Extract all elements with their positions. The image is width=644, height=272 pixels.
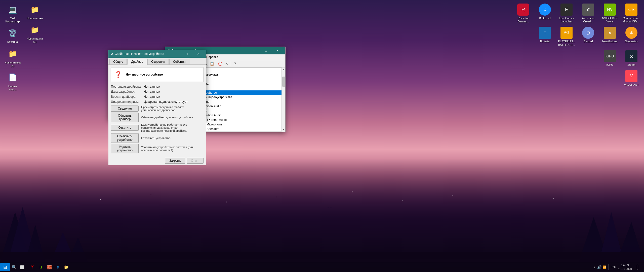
recycle-icon: 🗑️ [7,27,19,39]
desktop-icon-new-folder-3[interactable]: 📁 Новая папка(3) [25,23,45,45]
steam-icon: ⊙ [625,50,637,62]
tray-network[interactable]: 📶 [602,265,606,269]
discord-icon: D [582,27,594,39]
show-desktop-button[interactable] [634,262,641,272]
btn-disable[interactable]: Отключить устройство [111,133,139,143]
toolbar-btn-props[interactable]: 📋 [209,61,215,67]
footer-btn-close[interactable]: Закрыть [165,158,185,164]
tab-events[interactable]: События [169,59,189,64]
props-title-area: ⚙ Свойства: Неизвестное устройство [110,52,169,56]
props-field-date: Дата разработки: Нет данных [111,90,204,93]
field-label-version: Версия драйвера: [111,95,144,98]
csgo-label: Counter-Stri...Global Offe... [623,17,640,23]
tray-lang-clock: РУС 14:39 19.06.2020 [611,263,632,271]
battlenet-label: Battle.net [539,17,551,20]
recycle-label: Корзина [7,40,18,44]
csgo-icon: CS [625,4,637,16]
my-computer-icon: 💻 [7,4,19,16]
taskbar-ie[interactable]: e [54,263,62,271]
desktop-icon-battlenet[interactable]: ⚔ Battle.net [535,3,555,24]
devmgr-minimize-button[interactable]: ─ [249,47,260,54]
desktop-icon-overwatch[interactable]: ⊛ Overwatch [621,26,641,47]
nvidia-icon: NV [604,4,616,16]
tray-arrow[interactable]: ▲ [593,265,596,269]
btn-update[interactable]: Обновить драйвер [111,113,139,122]
taskview-button[interactable]: ⬜ [18,263,26,271]
props-device-header: ❓ Неизвестное устройство [111,67,204,82]
properties-window: ⚙ Свойства: Неизвестное устройство ─ □ ✕… [108,50,206,120]
hearthstone-icon: ♠ [604,27,616,39]
toolbar-btn-help[interactable]: ? [232,61,238,67]
field-label-signature: Цифровая подпись: [111,100,144,104]
props-field-version: Версия драйвера: Нет данных [111,95,204,98]
igpu-icon: iGPU [604,50,616,62]
desktop-icon-nvidia[interactable]: NV NVIDIA RTXVoice [600,3,620,24]
props-footer: Закрыть Отм... [108,156,206,165]
valorant-icon: V [625,70,637,82]
devmgr-scrollbar[interactable]: ▲ ▼ [282,67,285,131]
scroll-down-btn[interactable]: ▼ [282,127,286,131]
desktop-icon-epic[interactable]: E Epic GamesLauncher [556,3,577,24]
clock-date: 19.06.2020 [618,267,632,271]
background-layer [0,159,644,259]
tab-details[interactable]: Сведения [147,59,169,64]
battlenet-icon: ⚔ [539,4,551,16]
btn-rollback[interactable]: Откатить [111,125,139,131]
desktop-icon-rockstar[interactable]: R RockstarGames... [513,3,533,24]
desktop-icon-igpu[interactable]: iGPU iGPU [600,49,620,67]
taskbar-utorrent[interactable]: μ [37,263,45,271]
desktop-icon-csgo[interactable]: CS Counter-Stri...Global Offe... [621,3,641,24]
props-tabs: Общие Драйвер Сведения События [108,58,206,65]
desktop-icon-assassins[interactable]: 🗡 AssassinsCreed... [578,3,598,24]
device-name: Неизвестное устройство [126,73,163,76]
desktop-icon-new-point[interactable]: 📄 Новыйточк... [3,71,23,92]
fortnite-icon: F [539,27,551,39]
rockstar-label: RockstarGames... [518,17,529,23]
devmgr-close-button[interactable]: ✕ [272,47,283,54]
scroll-thumb[interactable] [282,77,285,87]
taskbar-right: ▲ 🔊 📶 РУС 14:39 19.06.2020 [590,262,644,272]
folder-icon: 📁 [7,48,19,60]
taskbar-yandex[interactable]: Y [28,263,36,271]
props-minimize-button[interactable]: ─ [169,50,181,58]
props-maximize-button[interactable]: □ [181,50,192,58]
devmgr-maximize-button[interactable]: □ [260,47,272,54]
taskbar-browser[interactable]: 🧱 [45,263,53,271]
tab-driver[interactable]: Драйвер [127,59,147,65]
start-button[interactable]: ⊞ [0,263,10,271]
desktop-icon-steam[interactable]: ⊙ Steam [621,49,641,67]
desc-remove: Удалить это устройство из системы (дляоп… [141,146,193,152]
btn-details[interactable]: Сведения [111,106,139,112]
desktop-icon-recycle[interactable]: 🗑️ Корзина [3,26,23,45]
desktop-icon-new-folder[interactable]: 📁 Новая папка [25,3,45,21]
device-icon: ❓ [113,70,123,80]
desktop-icon-my-computer[interactable]: 💻 Мой Компьютер [3,3,23,24]
new-folder-label: Новая папка [27,17,43,20]
toolbar-btn-delete[interactable]: ✕ [224,61,230,67]
system-tray: ▲ 🔊 📶 [593,265,606,269]
taskbar-explorer[interactable]: 📁 [62,263,70,271]
field-value-date: Нет данных [144,90,160,93]
desktop-icon-new-folder-4[interactable]: 📁 Новая папка(4) [3,47,23,69]
desktop-icon-hearthstone[interactable]: ♠ Hearthstone [600,26,620,47]
props-close-button[interactable]: ✕ [192,50,204,58]
btn-remove[interactable]: Удалить устройство [111,144,139,153]
desktop-icon-valorant[interactable]: V VALORANT [621,69,641,87]
igpu-label: iGPU [607,63,613,66]
new-point-label: Новыйточк... [8,85,17,91]
desc-rollback: Если устройство не работает послеобновле… [141,123,187,132]
search-button[interactable]: 🔍 [10,263,18,271]
valorant-label: VALORANT [624,83,639,86]
taskbar-clock[interactable]: 14:39 19.06.2020 [618,263,632,271]
toolbar-btn-disable[interactable]: 🚫 [217,61,223,67]
tray-language[interactable]: РУС [611,265,616,268]
desktop-icons-row3: iGPU iGPU ⊙ Steam [600,49,641,67]
desktop-icon-pubg[interactable]: PG PLAYERUN...BATTLEGR... [556,26,577,47]
overwatch-label: Overwatch [625,40,638,43]
desktop-icon-fortnite[interactable]: F Fortnite [535,26,555,47]
desktop-icon-discord[interactable]: D Discord [578,26,598,47]
tray-volume[interactable]: 🔊 [597,265,601,269]
devmgr-menu-help[interactable]: Справка [204,55,220,59]
scroll-up-btn[interactable]: ▲ [282,67,286,72]
tab-general[interactable]: Общие [109,59,127,64]
